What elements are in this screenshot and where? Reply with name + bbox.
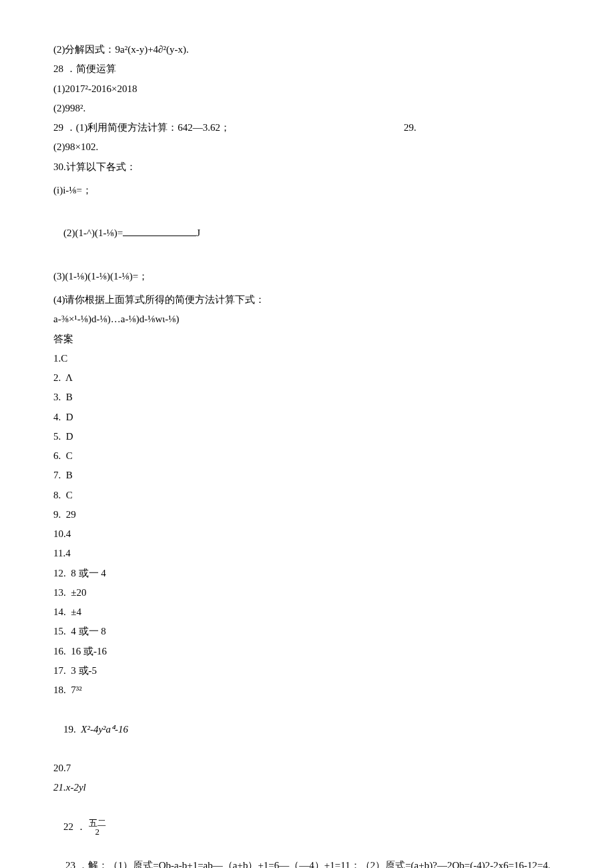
- fraction: 五二2: [89, 819, 106, 837]
- text-segment: 19.: [63, 724, 81, 735]
- text-segment: (2)(1-^)(1-⅛)=: [63, 228, 123, 238]
- text-row: 29 ．(1)利用简便方法计算：642—3.62； 29.: [53, 118, 561, 137]
- answer-item: 6. C: [53, 446, 561, 466]
- text-line: (i)i-⅛=；: [53, 181, 561, 200]
- text-segment: 22 ．: [63, 821, 86, 832]
- answer-item: 13. ±20: [53, 583, 561, 602]
- text-line: a-⅜×¹-⅛)d-⅛)…a-⅛)d-⅛wι-⅛): [53, 310, 561, 329]
- answer-item: 21.x-2yl: [53, 778, 561, 797]
- answer-item: 22 ．五二2: [53, 798, 561, 857]
- text-line-right: 29.: [404, 118, 416, 137]
- answer-item: 16. 16 或-16: [53, 642, 561, 661]
- answer-item: 4. D: [53, 408, 561, 427]
- text-line: 28 ．简便运算: [53, 59, 561, 79]
- answer-item: 23 ．解：（1）原式=Qb-a-b+1=ab—（a+b）+1=6—（—4）+1…: [53, 856, 561, 868]
- answer-item: 15. 4 或一 8: [53, 622, 561, 641]
- fill-blank: [123, 226, 196, 236]
- text-line: (2)分解因式：9a²(x-y)+4∂²(y-x).: [53, 40, 561, 59]
- text-line: (1)2017²-2016×2018: [53, 79, 561, 99]
- fraction-den: 2: [95, 826, 100, 837]
- answer-item: 3. B: [53, 388, 561, 407]
- answers-heading: 答案: [53, 330, 561, 349]
- answer-item: 5. D: [53, 427, 561, 446]
- text-line: (2)98×102.: [53, 137, 561, 157]
- answer-item: 18. 7³²: [53, 681, 561, 700]
- answer-item: 8. C: [53, 486, 561, 505]
- text-line: (4)请你根据上面算式所得的简便方法计算下式：: [53, 290, 561, 310]
- text-line: (3)(1-⅛)(1-⅛)(1-⅛)=；: [53, 267, 561, 286]
- answer-item: 1.C: [53, 349, 561, 368]
- answer-item: 7. B: [53, 466, 561, 485]
- answer-item: 14. ±4: [53, 602, 561, 622]
- text-italic: X²-4y²a⁴-16: [81, 724, 128, 735]
- answer-item: 2. Λ: [53, 368, 561, 388]
- text-segment: J: [196, 228, 200, 238]
- text-line: (2)(1-^)(1-⅛)=J: [53, 204, 561, 263]
- answer-item: 12. 8 或一 4: [53, 564, 561, 583]
- answer-item: 19. X²-4y²a⁴-16: [53, 700, 561, 759]
- answer-item: 11.4: [53, 544, 561, 563]
- answer-item: 17. 3 或-5: [53, 661, 561, 681]
- text-line: 30.计算以下各式：: [53, 157, 561, 177]
- answer-item: 20.7: [53, 759, 561, 778]
- document-page: (2)分解因式：9a²(x-y)+4∂²(y-x). 28 ．简便运算 (1)2…: [0, 0, 614, 868]
- answer-item: 10.4: [53, 524, 561, 544]
- text-line-left: 29 ．(1)利用简便方法计算：642—3.62；: [53, 118, 230, 137]
- answer-item: 9. 29: [53, 505, 561, 524]
- text-line: (2)998².: [53, 99, 561, 118]
